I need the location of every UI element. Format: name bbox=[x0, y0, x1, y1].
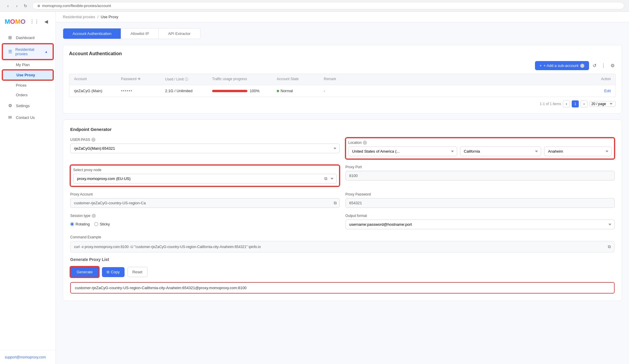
tab-api-extractor[interactable]: API Extractor bbox=[159, 28, 200, 39]
sidebar-item-settings[interactable]: ⚙ Settings bbox=[2, 100, 53, 111]
sidebar-label-orders: Orders bbox=[16, 93, 28, 97]
proxy-node-copy-icon[interactable]: ⧉ bbox=[324, 176, 327, 181]
endpoint-title: Endpoint Generator bbox=[70, 127, 615, 132]
tab-account-authentication[interactable]: Account Authentication bbox=[63, 28, 121, 39]
generate-row: Generate ⧉ Copy Reset bbox=[70, 267, 615, 277]
col-header-traffic: Traffic usage progress bbox=[212, 77, 277, 82]
back-button[interactable]: ‹ bbox=[5, 3, 11, 9]
session-type-info-icon[interactable]: i bbox=[92, 214, 96, 218]
output-format-label: Output format bbox=[345, 214, 615, 218]
proxy-result-text: customer-rjeZaCyG-country-US-region-Cali… bbox=[75, 286, 246, 290]
user-pass-label: USER:PASS i bbox=[70, 138, 340, 142]
page-1-button[interactable]: 1 bbox=[572, 100, 579, 107]
proxy-password-input[interactable] bbox=[345, 198, 615, 208]
sticky-radio[interactable] bbox=[94, 222, 98, 226]
collapse-button[interactable]: ◀ bbox=[43, 18, 49, 26]
browser-controls: ‹ › ↻ bbox=[5, 3, 29, 9]
table-header: Account Password 👁 Used / Limit ⓘ Traffi… bbox=[69, 74, 616, 85]
sidebar-label-use-proxy: Use Proxy bbox=[16, 73, 35, 77]
sidebar-item-orders[interactable]: Orders bbox=[2, 90, 53, 100]
cell-account: rjeZaCyG (Main) bbox=[74, 89, 121, 93]
session-type-radio-group: Rotating Sticky bbox=[70, 220, 340, 229]
sidebar-item-contact-us[interactable]: ✉ Contact Us bbox=[2, 112, 53, 123]
address-bar[interactable]: ⊕ momoproxy.com/flexible-proxies/account bbox=[32, 2, 624, 9]
location-row: United States of America (... California… bbox=[348, 146, 612, 156]
columns-icon-button[interactable]: ⋮ bbox=[600, 62, 607, 70]
refresh-icon-button[interactable]: ↺ bbox=[591, 62, 598, 70]
grid-icon-button[interactable]: ⋮⋮ bbox=[28, 18, 40, 26]
sidebar: MOMO ⋮⋮ ◀ ⊞ Dashboard ☰ Residential prox… bbox=[0, 12, 56, 364]
account-auth-card: Account Authentication + + Add a sub-acc… bbox=[63, 45, 622, 114]
logo-o2: O bbox=[21, 18, 26, 25]
per-page-select[interactable]: 20 / page bbox=[589, 101, 616, 107]
sidebar-label-dashboard: Dashboard bbox=[16, 36, 35, 40]
sticky-radio-label[interactable]: Sticky bbox=[94, 222, 110, 226]
state-badge: Normal bbox=[277, 89, 324, 93]
proxy-node-select[interactable]: proxy.momoproxy.com (EU-US) bbox=[73, 174, 337, 183]
session-type-group: Session type i Rotating Sticky bbox=[70, 214, 340, 229]
sidebar-label-my-plan: My Plan bbox=[16, 63, 30, 67]
contact-icon: ✉ bbox=[7, 115, 13, 120]
next-page-button[interactable]: › bbox=[581, 100, 588, 107]
user-pass-info-icon[interactable]: i bbox=[91, 138, 95, 142]
prev-page-button[interactable]: ‹ bbox=[563, 100, 570, 107]
breadcrumb-parent[interactable]: Residential proxies bbox=[63, 15, 95, 19]
tab-allowlist-ip[interactable]: Allowlist IP bbox=[121, 28, 159, 39]
breadcrumb-current: Use Proxy bbox=[101, 15, 118, 19]
command-copy-icon[interactable]: ⧉ bbox=[608, 244, 611, 249]
logo-m2: M bbox=[15, 18, 20, 25]
sidebar-item-dashboard[interactable]: ⊞ Dashboard bbox=[2, 32, 53, 43]
col-header-state: Account State bbox=[277, 77, 324, 82]
logo: MOMO bbox=[5, 18, 26, 26]
proxy-account-input[interactable] bbox=[70, 198, 340, 208]
support-email-link[interactable]: support@momoproxy.com bbox=[5, 355, 46, 359]
rotating-radio-label[interactable]: Rotating bbox=[70, 222, 90, 226]
refresh-button[interactable]: ↻ bbox=[22, 3, 29, 9]
sidebar-item-use-proxy[interactable]: Use Proxy bbox=[2, 70, 53, 80]
edit-link[interactable]: Edit bbox=[604, 89, 611, 93]
app-container: MOMO ⋮⋮ ◀ ⊞ Dashboard ☰ Residential prox… bbox=[0, 12, 629, 364]
location-info-icon[interactable]: i bbox=[363, 141, 367, 145]
sidebar-label-prices: Prices bbox=[16, 83, 26, 87]
endpoint-generator: Endpoint Generator USER:PASS i rjeZaCyG(… bbox=[63, 119, 622, 301]
action-row: + + Add a sub-account i ↺ ⋮ ⚙ bbox=[69, 61, 616, 70]
sidebar-logo: MOMO ⋮⋮ ◀ bbox=[0, 12, 56, 31]
settings-gear-icon-button[interactable]: ⚙ bbox=[609, 62, 616, 70]
location-label: Location i bbox=[348, 141, 612, 145]
region-select[interactable]: California bbox=[460, 146, 541, 156]
add-sub-account-button[interactable]: + + Add a sub-account i bbox=[535, 61, 589, 70]
generate-button[interactable]: Generate bbox=[70, 267, 99, 277]
copy-icon: ⧉ bbox=[107, 270, 109, 274]
proxy-account-input-wrapper: ⧉ bbox=[70, 198, 340, 208]
col-header-action: Action bbox=[587, 77, 611, 82]
sidebar-item-residential-proxies[interactable]: ☰ Residential proxies ▲ bbox=[2, 44, 53, 60]
col-header-used: Used / Limit ⓘ bbox=[165, 77, 212, 82]
main-content: Residential proxies / Use Proxy Account … bbox=[56, 12, 629, 364]
col-header-password: Password 👁 bbox=[121, 77, 165, 82]
rotating-radio[interactable] bbox=[70, 222, 74, 226]
add-sub-account-info-icon[interactable]: i bbox=[580, 64, 584, 68]
proxy-port-input[interactable] bbox=[345, 171, 615, 181]
forward-button[interactable]: › bbox=[14, 3, 20, 9]
plus-icon: + bbox=[540, 63, 542, 68]
state-label: Normal bbox=[281, 89, 293, 93]
progress-bar bbox=[212, 90, 247, 92]
command-text: curl -x proxy.momoproxy.com:8100 -U "cus… bbox=[74, 245, 605, 249]
country-select[interactable]: United States of America (... bbox=[348, 146, 457, 156]
copy-button[interactable]: ⧉ Copy bbox=[102, 267, 124, 277]
city-select[interactable]: Anaheim bbox=[544, 146, 612, 156]
proxy-account-label: Proxy Account bbox=[70, 192, 340, 196]
rotating-label: Rotating bbox=[76, 222, 90, 226]
proxy-account-copy-icon[interactable]: ⧉ bbox=[334, 200, 337, 205]
reset-button[interactable]: Reset bbox=[128, 267, 147, 277]
proxy-result-box: customer-rjeZaCyG-country-US-region-Cali… bbox=[70, 282, 615, 294]
output-format-select[interactable]: username:password@hostname:port bbox=[345, 220, 615, 229]
command-box: curl -x proxy.momoproxy.com:8100 -U "cus… bbox=[70, 241, 615, 252]
user-pass-select[interactable]: rjeZaCyG(Main):654321 bbox=[70, 144, 340, 153]
lock-icon: ⊕ bbox=[37, 4, 40, 8]
browser-bar: ‹ › ↻ ⊕ momoproxy.com/flexible-proxies/a… bbox=[0, 0, 629, 12]
proxy-account-group: Proxy Account ⧉ bbox=[70, 192, 340, 208]
sidebar-item-prices[interactable]: Prices bbox=[2, 81, 53, 90]
location-group: Location i United States of America (...… bbox=[345, 138, 615, 159]
sidebar-item-my-plan[interactable]: My Plan bbox=[2, 60, 53, 69]
